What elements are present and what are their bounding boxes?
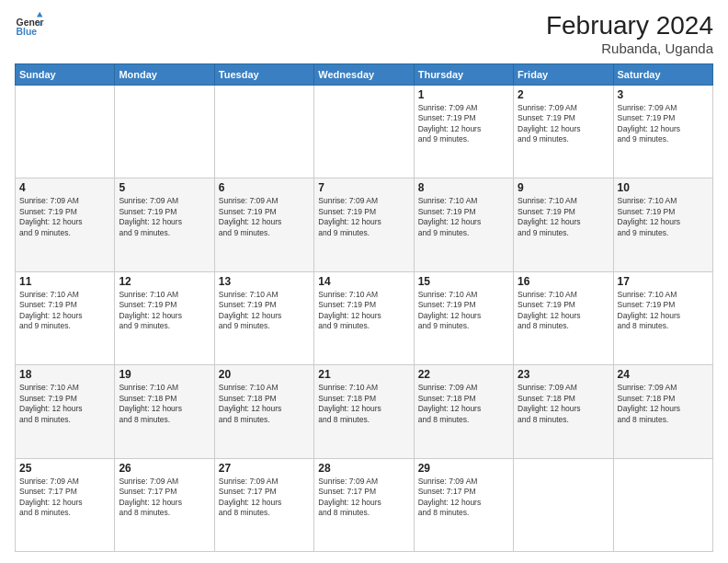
day-number: 20	[219, 368, 310, 381]
calendar-cell: 8Sunrise: 7:10 AM Sunset: 7:19 PM Daylig…	[414, 178, 513, 271]
day-info: Sunrise: 7:09 AM Sunset: 7:17 PM Dayligh…	[119, 477, 210, 519]
day-number: 8	[418, 181, 509, 194]
calendar-cell: 9Sunrise: 7:10 AM Sunset: 7:19 PM Daylig…	[514, 178, 613, 271]
calendar-week-row: 18Sunrise: 7:10 AM Sunset: 7:19 PM Dayli…	[16, 365, 713, 458]
calendar-cell: 17Sunrise: 7:10 AM Sunset: 7:19 PM Dayli…	[613, 271, 712, 364]
day-number: 15	[418, 275, 509, 288]
day-info: Sunrise: 7:10 AM Sunset: 7:19 PM Dayligh…	[19, 383, 110, 425]
day-number: 25	[19, 462, 110, 475]
day-info: Sunrise: 7:10 AM Sunset: 7:19 PM Dayligh…	[518, 290, 609, 332]
day-info: Sunrise: 7:09 AM Sunset: 7:17 PM Dayligh…	[418, 477, 509, 519]
calendar-cell: 2Sunrise: 7:09 AM Sunset: 7:19 PM Daylig…	[514, 86, 613, 178]
calendar-table: SundayMondayTuesdayWednesdayThursdayFrid…	[15, 63, 713, 552]
day-info: Sunrise: 7:10 AM Sunset: 7:19 PM Dayligh…	[119, 290, 210, 332]
day-info: Sunrise: 7:09 AM Sunset: 7:19 PM Dayligh…	[219, 196, 310, 238]
calendar-day-header: Wednesday	[314, 64, 414, 86]
page-subtitle: Rubanda, Uganda	[546, 40, 713, 56]
day-number: 6	[219, 181, 310, 194]
calendar-cell: 29Sunrise: 7:09 AM Sunset: 7:17 PM Dayli…	[414, 458, 513, 551]
calendar-cell	[613, 458, 712, 551]
calendar-cell: 28Sunrise: 7:09 AM Sunset: 7:17 PM Dayli…	[314, 458, 414, 551]
calendar-cell: 21Sunrise: 7:10 AM Sunset: 7:18 PM Dayli…	[314, 365, 414, 458]
day-info: Sunrise: 7:10 AM Sunset: 7:19 PM Dayligh…	[418, 290, 509, 332]
day-info: Sunrise: 7:10 AM Sunset: 7:19 PM Dayligh…	[19, 290, 110, 332]
day-info: Sunrise: 7:09 AM Sunset: 7:18 PM Dayligh…	[518, 383, 609, 425]
logo-icon: General Blue	[15, 11, 44, 40]
calendar-cell: 18Sunrise: 7:10 AM Sunset: 7:19 PM Dayli…	[16, 365, 115, 458]
calendar-cell	[16, 86, 115, 178]
calendar-cell: 4Sunrise: 7:09 AM Sunset: 7:19 PM Daylig…	[16, 178, 115, 271]
logo: General Blue	[15, 11, 44, 40]
calendar-cell	[115, 86, 214, 178]
day-number: 9	[518, 181, 609, 194]
calendar-cell: 23Sunrise: 7:09 AM Sunset: 7:18 PM Dayli…	[514, 365, 613, 458]
day-info: Sunrise: 7:10 AM Sunset: 7:19 PM Dayligh…	[219, 290, 310, 332]
day-info: Sunrise: 7:10 AM Sunset: 7:19 PM Dayligh…	[618, 196, 709, 238]
day-number: 5	[119, 181, 210, 194]
calendar-cell: 15Sunrise: 7:10 AM Sunset: 7:19 PM Dayli…	[414, 271, 513, 364]
day-info: Sunrise: 7:09 AM Sunset: 7:18 PM Dayligh…	[618, 383, 709, 425]
calendar-cell: 10Sunrise: 7:10 AM Sunset: 7:19 PM Dayli…	[613, 178, 712, 271]
calendar-cell: 22Sunrise: 7:09 AM Sunset: 7:18 PM Dayli…	[414, 365, 513, 458]
day-info: Sunrise: 7:09 AM Sunset: 7:17 PM Dayligh…	[318, 477, 409, 519]
day-info: Sunrise: 7:09 AM Sunset: 7:17 PM Dayligh…	[19, 477, 110, 519]
day-info: Sunrise: 7:10 AM Sunset: 7:18 PM Dayligh…	[318, 383, 409, 425]
calendar-cell: 19Sunrise: 7:10 AM Sunset: 7:18 PM Dayli…	[115, 365, 214, 458]
calendar-cell: 7Sunrise: 7:09 AM Sunset: 7:19 PM Daylig…	[314, 178, 414, 271]
calendar-cell: 27Sunrise: 7:09 AM Sunset: 7:17 PM Dayli…	[214, 458, 313, 551]
day-number: 16	[518, 275, 609, 288]
calendar-day-header: Monday	[115, 64, 214, 86]
calendar-day-header: Saturday	[613, 64, 712, 86]
day-number: 18	[19, 368, 110, 381]
calendar-cell	[214, 86, 313, 178]
day-info: Sunrise: 7:09 AM Sunset: 7:19 PM Dayligh…	[19, 196, 110, 238]
day-number: 10	[618, 181, 709, 194]
calendar-cell: 20Sunrise: 7:10 AM Sunset: 7:18 PM Dayli…	[214, 365, 313, 458]
calendar-cell: 26Sunrise: 7:09 AM Sunset: 7:17 PM Dayli…	[115, 458, 214, 551]
calendar-cell: 13Sunrise: 7:10 AM Sunset: 7:19 PM Dayli…	[214, 271, 313, 364]
day-info: Sunrise: 7:10 AM Sunset: 7:19 PM Dayligh…	[518, 196, 609, 238]
day-info: Sunrise: 7:09 AM Sunset: 7:19 PM Dayligh…	[318, 196, 409, 238]
day-number: 22	[418, 368, 509, 381]
title-block: February 2024 Rubanda, Uganda	[546, 11, 713, 56]
day-number: 29	[418, 462, 509, 475]
day-info: Sunrise: 7:09 AM Sunset: 7:18 PM Dayligh…	[418, 383, 509, 425]
day-number: 11	[19, 275, 110, 288]
day-info: Sunrise: 7:10 AM Sunset: 7:19 PM Dayligh…	[618, 290, 709, 332]
calendar-header-row: SundayMondayTuesdayWednesdayThursdayFrid…	[16, 64, 713, 86]
day-info: Sunrise: 7:10 AM Sunset: 7:18 PM Dayligh…	[219, 383, 310, 425]
calendar-day-header: Thursday	[414, 64, 513, 86]
calendar-week-row: 4Sunrise: 7:09 AM Sunset: 7:19 PM Daylig…	[16, 178, 713, 271]
calendar-cell	[514, 458, 613, 551]
svg-text:Blue: Blue	[17, 27, 38, 37]
calendar-cell: 16Sunrise: 7:10 AM Sunset: 7:19 PM Dayli…	[514, 271, 613, 364]
calendar-cell: 5Sunrise: 7:09 AM Sunset: 7:19 PM Daylig…	[115, 178, 214, 271]
calendar-cell	[314, 86, 414, 178]
calendar-cell: 12Sunrise: 7:10 AM Sunset: 7:19 PM Dayli…	[115, 271, 214, 364]
day-info: Sunrise: 7:10 AM Sunset: 7:19 PM Dayligh…	[418, 196, 509, 238]
day-number: 28	[318, 462, 409, 475]
day-info: Sunrise: 7:09 AM Sunset: 7:19 PM Dayligh…	[418, 103, 509, 145]
day-number: 13	[219, 275, 310, 288]
calendar-cell: 25Sunrise: 7:09 AM Sunset: 7:17 PM Dayli…	[16, 458, 115, 551]
calendar-week-row: 25Sunrise: 7:09 AM Sunset: 7:17 PM Dayli…	[16, 458, 713, 551]
svg-marker-2	[37, 12, 42, 17]
day-number: 7	[318, 181, 409, 194]
day-number: 21	[318, 368, 409, 381]
day-number: 17	[618, 275, 709, 288]
day-info: Sunrise: 7:09 AM Sunset: 7:19 PM Dayligh…	[518, 103, 609, 145]
day-number: 14	[318, 275, 409, 288]
calendar-week-row: 1Sunrise: 7:09 AM Sunset: 7:19 PM Daylig…	[16, 86, 713, 178]
calendar-cell: 24Sunrise: 7:09 AM Sunset: 7:18 PM Dayli…	[613, 365, 712, 458]
day-info: Sunrise: 7:09 AM Sunset: 7:17 PM Dayligh…	[219, 477, 310, 519]
day-info: Sunrise: 7:09 AM Sunset: 7:19 PM Dayligh…	[119, 196, 210, 238]
day-number: 24	[618, 368, 709, 381]
day-number: 26	[119, 462, 210, 475]
day-number: 19	[119, 368, 210, 381]
day-number: 2	[518, 88, 609, 101]
page-title: February 2024	[546, 11, 713, 40]
calendar-cell: 1Sunrise: 7:09 AM Sunset: 7:19 PM Daylig…	[414, 86, 513, 178]
calendar-day-header: Friday	[514, 64, 613, 86]
calendar-cell: 14Sunrise: 7:10 AM Sunset: 7:19 PM Dayli…	[314, 271, 414, 364]
calendar-cell: 3Sunrise: 7:09 AM Sunset: 7:19 PM Daylig…	[613, 86, 712, 178]
